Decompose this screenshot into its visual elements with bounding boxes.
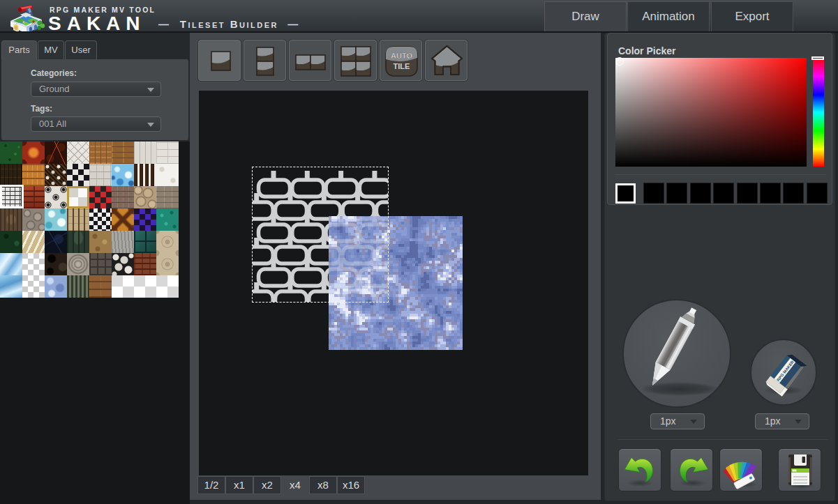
svg-text:TILE: TILE [394,62,410,70]
svg-text:AUTO: AUTO [391,52,412,60]
